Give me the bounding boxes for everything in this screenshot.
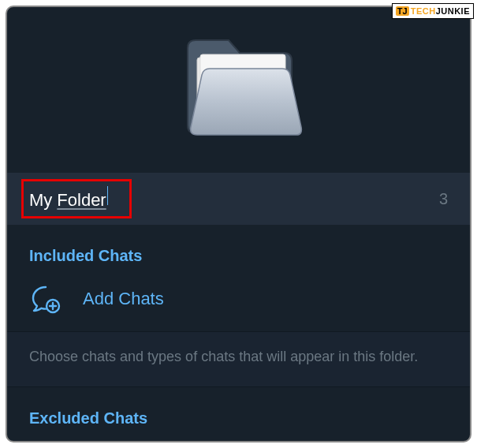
watermark-logo: TJ [396,6,409,16]
app-screen: My Folder 3 Included Chats Add Chats Cho… [6,6,471,442]
included-chats-section: Included Chats Add Chats [7,225,470,331]
watermark-badge: TJ TECHJUNKIE [392,3,474,19]
add-chats-label: Add Chats [83,289,164,309]
included-chats-hint: Choose chats and types of chats that wil… [7,331,470,387]
watermark-text-2: JUNKIE [436,6,470,16]
folder-illustration [7,7,470,173]
watermark-text-1: TECH [411,6,436,16]
excluded-chats-header: Excluded Chats [29,387,448,439]
folder-icon [173,31,304,149]
excluded-chats-section: Excluded Chats [7,387,470,439]
text-cursor [107,186,109,205]
folder-name-input[interactable]: My Folder [29,187,108,211]
add-chat-icon [31,284,61,314]
folder-name-text-underlined: Folder [57,190,106,211]
chat-count: 3 [439,190,448,208]
folder-name-text: My [29,190,52,211]
add-chats-button[interactable]: Add Chats [29,276,448,331]
included-chats-header: Included Chats [29,225,448,276]
folder-name-row[interactable]: My Folder 3 [7,173,470,225]
